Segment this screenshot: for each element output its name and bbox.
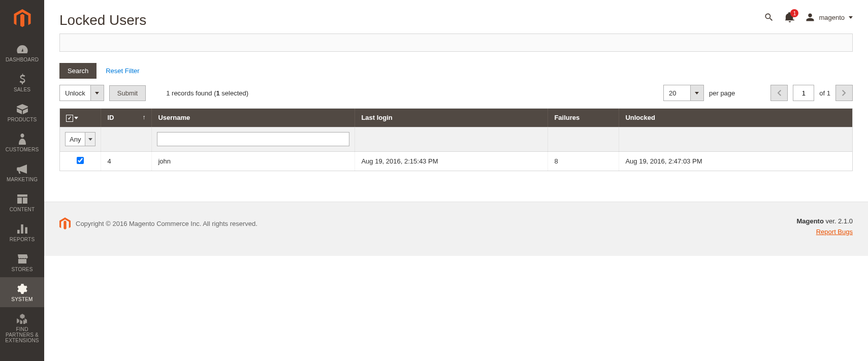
page-size-value: 20: [664, 85, 690, 101]
chevron-down-icon[interactable]: [690, 85, 703, 101]
admin-sidebar: DASHBOARD SALES PRODUCTS CUSTOMERS MARKE…: [0, 0, 44, 361]
sidebar-item-label: CONTENT: [10, 207, 35, 212]
filter-last-login: [355, 127, 548, 151]
sidebar-item-reports[interactable]: REPORTS: [0, 217, 44, 247]
filter-failures: [548, 127, 619, 151]
cell-id: 4: [101, 151, 152, 171]
sidebar-item-label: SALES: [14, 87, 30, 92]
sidebar-item-sales[interactable]: SALES: [0, 68, 44, 97]
sort-asc-icon: ↑: [142, 114, 145, 121]
submit-button[interactable]: Submit: [109, 85, 146, 101]
footer-copyright: Copyright © 2016 Magento Commerce Inc. A…: [59, 217, 796, 231]
sidebar-item-stores[interactable]: STORES: [0, 247, 44, 277]
chevron-down-icon: [74, 117, 78, 119]
cell-username: john: [152, 151, 355, 171]
sidebar-item-partners[interactable]: FIND PARTNERS & EXTENSIONS: [0, 307, 44, 348]
extensions-icon: [17, 313, 28, 324]
sidebar-item-label: STORES: [11, 267, 33, 272]
column-unlocked[interactable]: Unlocked: [619, 109, 853, 127]
magento-logo-icon: [14, 9, 31, 28]
column-last-login[interactable]: Last login: [355, 109, 548, 127]
sidebar-item-system[interactable]: SYSTEM: [0, 277, 44, 307]
layout-icon: [17, 193, 27, 205]
filter-username: [152, 127, 355, 151]
person-icon: [19, 134, 26, 145]
sidebar-item-marketing[interactable]: MARKETING: [0, 157, 44, 187]
sidebar-item-content[interactable]: CONTENT: [0, 187, 44, 217]
store-icon: [17, 253, 28, 265]
sidebar-item-label: SYSTEM: [11, 297, 33, 302]
page-header: Locked Users 1 magento: [44, 0, 868, 34]
box-icon: [17, 104, 28, 115]
filter-any-select[interactable]: Any: [65, 132, 95, 146]
chevron-left-icon: [777, 90, 781, 96]
notification-badge: 1: [790, 9, 798, 17]
dollar-icon: [19, 74, 26, 85]
filter-controls: Search Reset Filter: [44, 63, 868, 85]
report-bugs-link[interactable]: Report Bugs: [796, 228, 853, 236]
main-content: Locked Users 1 magento Search Reset Filt…: [44, 0, 868, 361]
magento-logo[interactable]: [0, 0, 44, 38]
filter-unlocked: [619, 127, 853, 151]
column-failures-label: Failures: [554, 114, 580, 121]
sidebar-item-label: FIND PARTNERS & EXTENSIONS: [2, 326, 42, 343]
chevron-down-icon[interactable]: [85, 133, 95, 146]
header-actions: 1 magento: [764, 12, 853, 22]
column-username[interactable]: Username: [152, 109, 355, 127]
sidebar-item-products[interactable]: PRODUCTS: [0, 97, 44, 127]
page-number-input[interactable]: [793, 85, 814, 101]
checkbox-icon: ✓: [66, 115, 73, 122]
column-username-label: Username: [158, 114, 190, 121]
mass-action-select[interactable]: Unlock: [59, 85, 104, 101]
grid-header: ✓ ID ↑ Username Last login Failures Unlo…: [60, 109, 853, 127]
prev-page-button[interactable]: [770, 85, 788, 101]
filter-id: [101, 127, 152, 151]
sidebar-item-label: MARKETING: [7, 177, 38, 182]
user-icon: [806, 13, 815, 22]
global-search-button[interactable]: [764, 12, 774, 22]
sidebar-item-dashboard[interactable]: DASHBOARD: [0, 38, 44, 68]
records-suffix: selected): [220, 89, 248, 97]
message-bar: [59, 34, 853, 52]
notifications-button[interactable]: 1: [785, 12, 794, 22]
page-of-label: of 1: [819, 89, 830, 97]
table-row[interactable]: 4 john Aug 19, 2016, 2:15:43 PM 8 Aug 19…: [60, 151, 853, 171]
row-checkbox-cell: [60, 151, 101, 171]
column-failures[interactable]: Failures: [548, 109, 619, 127]
page-footer: Copyright © 2016 Magento Commerce Inc. A…: [44, 202, 868, 256]
column-id[interactable]: ID ↑: [101, 109, 152, 127]
filter-any-value: Any: [66, 133, 85, 146]
version-text: Magento ver. 2.1.0: [796, 217, 853, 225]
sidebar-item-customers[interactable]: CUSTOMERS: [0, 127, 44, 157]
mass-action-value: Unlock: [60, 85, 90, 101]
column-id-label: ID: [107, 114, 114, 121]
locked-users-grid: ✓ ID ↑ Username Last login Failures Unlo…: [59, 108, 853, 171]
version-number: ver. 2.1.0: [824, 217, 853, 225]
sidebar-item-label: DASHBOARD: [6, 57, 39, 62]
column-unlocked-label: Unlocked: [625, 114, 655, 121]
search-icon: [764, 12, 774, 22]
cell-unlocked: Aug 19, 2016, 2:47:03 PM: [619, 151, 853, 171]
search-button[interactable]: Search: [59, 63, 97, 79]
magento-logo-icon: [59, 217, 71, 231]
chevron-right-icon: [842, 90, 846, 96]
filter-select-all: Any: [60, 127, 101, 151]
grid-toolbar: Unlock Submit 1 records found (1 selecte…: [44, 85, 868, 108]
chevron-down-icon: [849, 16, 853, 19]
cell-last-login: Aug 19, 2016, 2:15:43 PM: [355, 151, 548, 171]
copyright-text: Copyright © 2016 Magento Commerce Inc. A…: [76, 220, 258, 227]
next-page-button[interactable]: [835, 85, 853, 101]
filter-username-input[interactable]: [157, 132, 349, 146]
user-menu[interactable]: magento: [806, 13, 853, 22]
bar-chart-icon: [17, 223, 27, 235]
column-select-all[interactable]: ✓: [60, 109, 101, 127]
per-page-label: per page: [709, 89, 735, 97]
chevron-down-icon[interactable]: [90, 85, 104, 101]
page-size-select[interactable]: 20: [663, 85, 704, 101]
row-checkbox[interactable]: [77, 157, 84, 164]
reset-filter-link[interactable]: Reset Filter: [106, 67, 139, 75]
gauge-icon: [17, 44, 28, 55]
username-label: magento: [819, 14, 845, 21]
gear-icon: [17, 283, 27, 294]
records-found-text: 1 records found (1 selected): [166, 89, 248, 97]
